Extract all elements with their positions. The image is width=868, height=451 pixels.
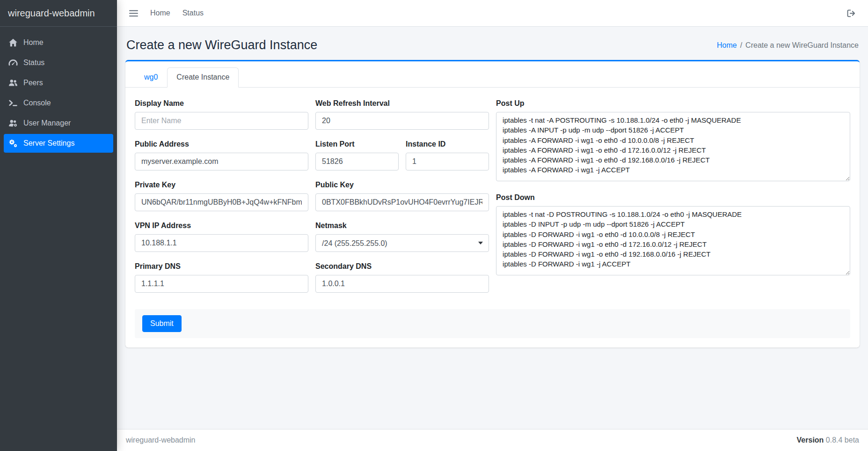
post-up-group: Post Up iptables -t nat -A POSTROUTING -…: [496, 99, 850, 183]
private-key-group: Private Key: [135, 180, 308, 211]
public-address-input[interactable]: [135, 153, 308, 170]
secondary-dns-label: Secondary DNS: [315, 262, 489, 271]
form-column-middle: Web Refresh Interval Listen Port Instanc…: [315, 99, 489, 303]
breadcrumb-home-link[interactable]: Home: [717, 41, 737, 50]
listen-port-label: Listen Port: [315, 140, 399, 148]
content-header: Create a new WireGuard Instance Home / C…: [125, 35, 860, 52]
sidebar-item-label: Peers: [23, 78, 43, 88]
main-area: Home Status Create a new WireGuard Insta…: [117, 0, 868, 451]
vpn-ip-input[interactable]: [135, 234, 308, 252]
instance-id-input[interactable]: [406, 153, 489, 170]
logout-button[interactable]: [847, 9, 856, 18]
post-down-group: Post Down iptables -t nat -D POSTROUTING…: [496, 193, 850, 277]
sidebar-item-label: Status: [23, 58, 44, 67]
card-tabs: wg0 Create Instance: [125, 61, 860, 88]
vpn-ip-group: VPN IP Address: [135, 221, 308, 252]
form-column-right: Post Up iptables -t nat -A POSTROUTING -…: [496, 99, 850, 287]
web-refresh-input[interactable]: [315, 112, 489, 130]
users-gear-icon: [8, 118, 18, 128]
sidebar-item-console[interactable]: Console: [4, 94, 113, 112]
primary-dns-input[interactable]: [135, 275, 308, 293]
listen-port-group: Listen Port: [315, 140, 399, 170]
cogs-icon: [8, 139, 18, 148]
sidebar-item-label: Server Settings: [23, 139, 74, 148]
display-name-group: Display Name: [135, 99, 308, 130]
sign-out-icon: [847, 9, 856, 18]
public-key-label: Public Key: [315, 180, 489, 189]
sidebar-item-label: Console: [23, 98, 51, 108]
sidebar-item-home[interactable]: Home: [4, 33, 113, 52]
navbar-link-status[interactable]: Status: [182, 9, 204, 17]
page-title: Create a new WireGuard Instance: [126, 38, 317, 52]
instance-id-label: Instance ID: [406, 140, 489, 148]
breadcrumb-current: Create a new WireGuard Instance: [745, 41, 859, 50]
version-label: Version: [797, 436, 824, 444]
hamburger-icon: [129, 9, 138, 18]
navbar-link-home[interactable]: Home: [150, 9, 170, 17]
post-up-textarea[interactable]: iptables -t nat -A POSTROUTING -s 10.188…: [496, 112, 850, 181]
public-address-label: Public Address: [135, 140, 308, 148]
app-footer: wireguard-webadmin Version 0.8.4 beta: [117, 429, 868, 451]
footer-app-name: wireguard-webadmin: [126, 436, 196, 444]
listen-port-input[interactable]: [315, 153, 399, 170]
port-id-row: Listen Port Instance ID: [315, 140, 489, 170]
home-icon: [8, 38, 18, 47]
netmask-select[interactable]: /24 (255.255.255.0): [315, 234, 489, 252]
instance-id-group: Instance ID: [406, 140, 489, 170]
post-down-textarea[interactable]: iptables -t nat -D POSTROUTING -s 10.188…: [496, 206, 850, 275]
private-key-label: Private Key: [135, 180, 308, 189]
submit-button[interactable]: Submit: [142, 315, 182, 332]
display-name-label: Display Name: [135, 99, 308, 108]
instance-form: Display Name Public Address Private Key: [135, 99, 850, 303]
peers-users-icon: [8, 78, 18, 88]
sidebar-item-status[interactable]: Status: [4, 53, 113, 72]
web-refresh-group: Web Refresh Interval: [315, 99, 489, 130]
secondary-dns-group: Secondary DNS: [315, 262, 489, 293]
primary-dns-group: Primary DNS: [135, 262, 308, 293]
secondary-dns-input[interactable]: [315, 275, 489, 293]
instance-card: wg0 Create Instance Display Name Public: [125, 60, 860, 347]
app-window: wireguard-webadmin Home Status Peers Con…: [0, 0, 868, 451]
hamburger-menu-button[interactable]: [129, 9, 138, 18]
post-down-label: Post Down: [496, 193, 850, 202]
tab-create-instance[interactable]: Create Instance: [167, 67, 239, 88]
breadcrumb-separator: /: [740, 41, 742, 50]
form-footer: Submit: [135, 309, 850, 338]
sidebar-item-label: Home: [23, 38, 44, 47]
version-text: Version 0.8.4 beta: [797, 436, 859, 444]
netmask-label: Netmask: [315, 221, 489, 230]
vpn-ip-label: VPN IP Address: [135, 221, 308, 230]
breadcrumb: Home / Create a new WireGuard Instance: [717, 41, 859, 50]
sidebar-nav: Home Status Peers Console User Manager S…: [0, 27, 117, 159]
post-up-label: Post Up: [496, 99, 850, 108]
sidebar-item-user-manager[interactable]: User Manager: [4, 114, 113, 133]
sidebar: wireguard-webadmin Home Status Peers Con…: [0, 0, 117, 451]
tab-wg0[interactable]: wg0: [135, 67, 167, 88]
private-key-input[interactable]: [135, 193, 308, 211]
web-refresh-label: Web Refresh Interval: [315, 99, 489, 108]
version-value: 0.8.4 beta: [826, 436, 859, 444]
public-key-input[interactable]: [315, 193, 489, 211]
primary-dns-label: Primary DNS: [135, 262, 308, 271]
top-navbar: Home Status: [117, 0, 868, 27]
terminal-icon: [8, 98, 18, 108]
status-gauge-icon: [8, 58, 18, 67]
public-key-group: Public Key: [315, 180, 489, 211]
content-wrapper: Create a new WireGuard Instance Home / C…: [117, 27, 868, 429]
brand-title[interactable]: wireguard-webadmin: [0, 0, 117, 27]
form-column-left: Display Name Public Address Private Key: [135, 99, 308, 303]
public-address-group: Public Address: [135, 140, 308, 170]
sidebar-item-server-settings[interactable]: Server Settings: [4, 134, 113, 153]
sidebar-item-label: User Manager: [23, 118, 71, 128]
netmask-select-wrap: /24 (255.255.255.0): [315, 234, 489, 252]
card-body: Display Name Public Address Private Key: [125, 88, 860, 347]
netmask-group: Netmask /24 (255.255.255.0): [315, 221, 489, 252]
display-name-input[interactable]: [135, 112, 308, 130]
sidebar-item-peers[interactable]: Peers: [4, 74, 113, 92]
